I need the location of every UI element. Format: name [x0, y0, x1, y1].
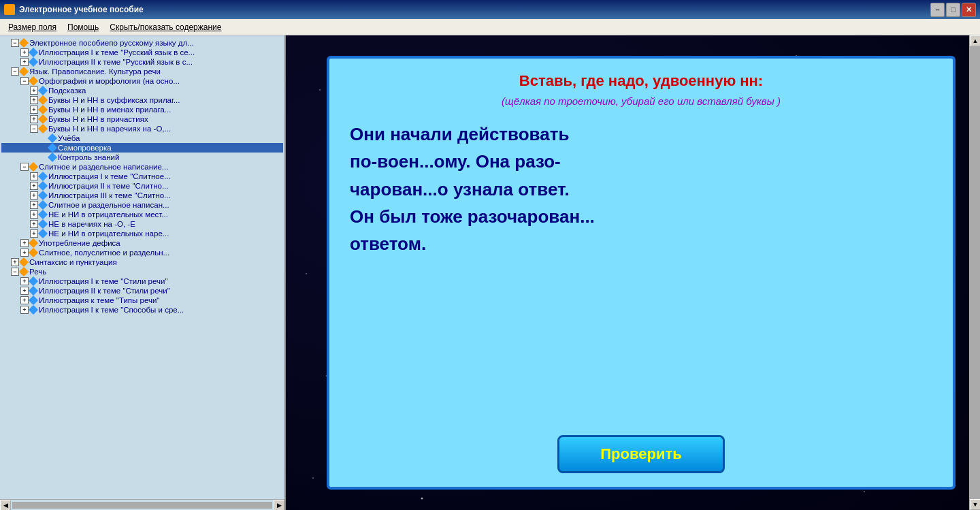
list-item[interactable]: + Слитное, полуслитное и раздельн... — [1, 248, 283, 257]
expand-icon[interactable]: + — [20, 306, 29, 314]
expand-icon[interactable]: + — [20, 277, 29, 285]
diamond-orange-icon — [38, 124, 48, 133]
list-item[interactable]: + НЕ в наречиях на -О, -Е — [1, 219, 283, 229]
list-item[interactable]: − Язык. Правописание. Культура речи — [1, 67, 283, 76]
expand-icon[interactable]: + — [11, 258, 19, 266]
expand-icon[interactable]: + — [30, 191, 38, 200]
expand-icon[interactable]: + — [20, 296, 29, 304]
expand-icon[interactable]: − — [20, 77, 29, 85]
content-text: Они начали действовать по-воен...ому. Он… — [350, 121, 932, 424]
expand-icon[interactable]: − — [30, 125, 38, 133]
diamond-blue-icon — [29, 296, 38, 305]
tree-item-root[interactable]: − Электронное пособиепо русскому языку д… — [1, 38, 283, 48]
list-item[interactable]: − Буквы Н и НН в наречиях на -О,... — [1, 124, 283, 133]
list-item[interactable]: + Буквы Н и НН в именах прилага... — [1, 105, 283, 114]
diamond-blue-icon — [29, 286, 38, 296]
diamond-blue-icon — [48, 133, 57, 143]
expand-icon[interactable]: − — [11, 39, 19, 47]
app-icon — [4, 4, 15, 15]
expand-icon[interactable]: + — [30, 115, 38, 123]
expand-icon[interactable]: + — [20, 239, 29, 247]
list-item[interactable]: + Иллюстрация к теме "Типы речи" — [1, 296, 283, 305]
list-item[interactable]: + Подсказка — [1, 86, 283, 95]
vscroll-track[interactable] — [970, 46, 980, 499]
scroll-track[interactable] — [12, 502, 272, 509]
list-item[interactable]: + Слитное и раздельное написан... — [1, 200, 283, 210]
expand-icon[interactable]: + — [20, 48, 29, 57]
diamond-blue-icon — [29, 305, 38, 315]
expand-icon[interactable]: + — [20, 58, 29, 66]
diamond-blue-icon — [29, 276, 38, 286]
expand-icon[interactable]: + — [30, 182, 38, 190]
expand-icon[interactable]: + — [20, 287, 29, 295]
expand-icon[interactable]: − — [20, 163, 29, 171]
title-bar: Электронное учебное пособие – □ ✕ — [0, 0, 980, 19]
diamond-orange-icon — [19, 257, 29, 267]
list-item[interactable]: Учёба — [1, 133, 283, 143]
expand-icon[interactable]: + — [30, 86, 38, 95]
content-box: Вставь, где надо, удвоенную нн: (щёлкая … — [327, 56, 956, 490]
scroll-up-button[interactable]: ▲ — [970, 35, 980, 46]
list-item[interactable]: + Иллюстрация II к теме "Русский язык в … — [1, 57, 283, 67]
expand-icon[interactable]: + — [30, 172, 38, 180]
diamond-orange-icon — [29, 238, 38, 248]
menu-toggle-content[interactable]: Скрыть/показать содержание — [104, 21, 227, 33]
expand-icon[interactable]: − — [11, 67, 19, 76]
menu-field-size[interactable]: Размер поля — [3, 21, 62, 33]
list-item[interactable]: + Иллюстрация II к теме "Стили речи" — [1, 286, 283, 296]
list-item[interactable]: Контроль знаний — [1, 153, 283, 162]
diamond-orange-icon — [19, 67, 29, 76]
scroll-left-button[interactable]: ◀ — [0, 500, 11, 511]
scroll-right-button[interactable]: ▶ — [274, 500, 284, 511]
tree-item-samoproverka[interactable]: Самопроверка — [1, 143, 283, 153]
expand-icon[interactable]: + — [30, 106, 38, 114]
minimize-button[interactable]: – — [930, 3, 945, 17]
list-item[interactable]: − Речь — [1, 267, 283, 276]
list-item[interactable]: + Иллюстрация II к теме "Слитно... — [1, 181, 283, 191]
diamond-blue-icon — [38, 229, 48, 238]
list-item[interactable]: + Иллюстрация I к теме "Слитное... — [1, 172, 283, 181]
right-panel: ▲ ▼ Вставь, где надо, удвоенную нн: (щёл… — [286, 35, 980, 510]
expand-icon[interactable]: − — [11, 268, 19, 276]
diamond-orange-icon — [29, 76, 38, 86]
diamond-blue-icon — [48, 153, 57, 162]
diamond-blue-icon — [29, 57, 38, 67]
vertical-scrollbar[interactable]: ▲ ▼ — [969, 35, 980, 510]
list-item[interactable]: + Иллюстрация I к теме "Стили речи" — [1, 276, 283, 286]
list-item[interactable]: + НЕ и НИ в отрицательных мест... — [1, 210, 283, 219]
menu-help[interactable]: Помощь — [62, 21, 104, 33]
expand-icon[interactable]: + — [30, 220, 38, 228]
close-button[interactable]: ✕ — [962, 3, 976, 17]
diamond-blue-icon — [38, 86, 48, 95]
diamond-orange-icon — [19, 38, 29, 48]
diamond-orange-icon — [38, 95, 48, 105]
list-item[interactable]: + Буквы Н и НН в суффиксах прилаг... — [1, 95, 283, 105]
horizontal-scrollbar[interactable]: ◀ ▶ — [0, 499, 284, 510]
expand-icon[interactable]: + — [30, 210, 38, 219]
list-item[interactable]: − Слитное и раздельное написание... — [1, 162, 283, 172]
list-item[interactable]: + Иллюстрация I к теме "Русский язык в с… — [1, 48, 283, 57]
list-item[interactable]: − Орфография и морфология (на осно... — [1, 76, 283, 86]
list-item[interactable]: + Иллюстрация III к теме "Слитно... — [1, 191, 283, 200]
diamond-blue-icon — [38, 181, 48, 191]
list-item[interactable]: + НЕ и НИ в отрицательных наре... — [1, 229, 283, 238]
diamond-orange-icon — [19, 267, 29, 276]
list-item[interactable]: + Буквы Н и НН в причастиях — [1, 114, 283, 124]
expand-icon[interactable]: + — [20, 249, 29, 257]
left-panel: − Электронное пособиепо русскому языку д… — [0, 35, 286, 510]
check-button[interactable]: Проверить — [557, 435, 724, 473]
expand-icon[interactable]: + — [30, 96, 38, 104]
scroll-down-button[interactable]: ▼ — [970, 499, 980, 510]
list-item[interactable]: + Употребление дефиса — [1, 238, 283, 248]
expand-icon[interactable]: + — [30, 229, 38, 238]
diamond-blue-icon — [38, 191, 48, 200]
list-item[interactable]: + Синтаксис и пунктуация — [1, 257, 283, 267]
title-bar-buttons: – □ ✕ — [930, 3, 976, 17]
menu-bar: Размер поля Помощь Скрыть/показать содер… — [0, 19, 980, 35]
tree-container[interactable]: − Электронное пособиепо русскому языку д… — [0, 35, 284, 499]
expand-icon[interactable]: + — [30, 201, 38, 209]
diamond-blue-icon — [29, 48, 38, 57]
maximize-button[interactable]: □ — [946, 3, 960, 17]
diamond-orange-icon — [29, 162, 38, 172]
list-item[interactable]: + Иллюстрация I к теме "Способы и сре... — [1, 305, 283, 315]
